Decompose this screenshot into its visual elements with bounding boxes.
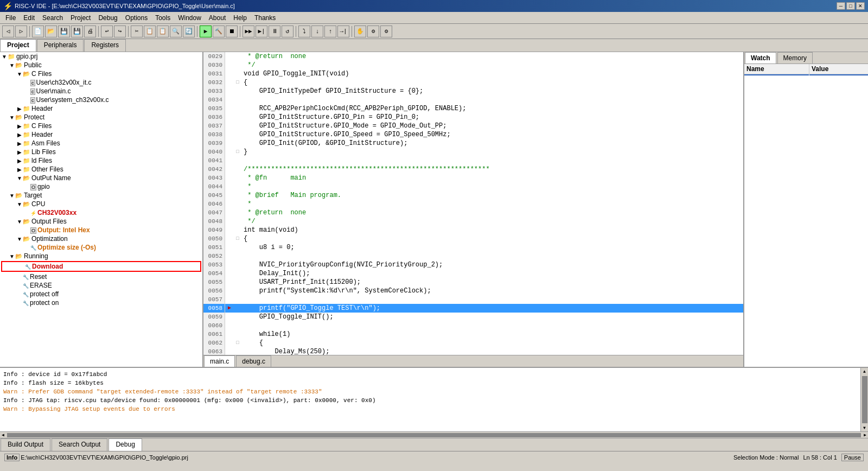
tb-clean[interactable]: 🔨 bbox=[213, 26, 225, 37]
console-hscrollbar[interactable]: ◀ ▶ bbox=[0, 431, 868, 438]
file-tab-debugc[interactable]: debug.c bbox=[236, 355, 271, 367]
code-content[interactable]: * @return none bbox=[241, 52, 743, 61]
tree-item-26[interactable]: 🔧ERASE bbox=[0, 281, 202, 290]
minimize-button[interactable]: ─ bbox=[837, 2, 845, 10]
code-content[interactable]: GPIO_InitStructure.GPIO_Pin = GPIO_Pin_0… bbox=[241, 113, 743, 122]
code-content[interactable] bbox=[241, 96, 743, 104]
tree-item-20[interactable]: OOutput: Intel Hex bbox=[0, 226, 202, 234]
watch-tab-watch[interactable]: Watch bbox=[745, 52, 776, 63]
code-content[interactable]: */ bbox=[241, 61, 743, 69]
tb-cut[interactable]: ✂ bbox=[131, 26, 143, 37]
tree-item-14[interactable]: ▼📂OutPut Name bbox=[0, 174, 202, 182]
menu-project[interactable]: Project bbox=[67, 13, 94, 23]
tree-item-2[interactable]: ▼📂C Files bbox=[0, 69, 202, 78]
tb-debug-go[interactable]: ▶▶ bbox=[242, 26, 254, 37]
code-content[interactable]: * @fn main bbox=[241, 174, 743, 182]
menu-options[interactable]: Options bbox=[122, 13, 151, 23]
code-content[interactable]: u8 i = 0; bbox=[241, 243, 743, 252]
tree-item-17[interactable]: ▼📂CPU bbox=[0, 200, 202, 208]
close-button[interactable]: ✕ bbox=[856, 2, 865, 10]
titlebar-right[interactable]: ─ □ ✕ bbox=[837, 2, 865, 10]
code-content[interactable]: * bbox=[241, 182, 743, 191]
code-content[interactable]: */ bbox=[241, 217, 743, 226]
watch-tab-memory[interactable]: Memory bbox=[777, 52, 813, 63]
code-content[interactable]: printf("GPIO_Toggle TEST\r\n"); bbox=[241, 304, 743, 313]
tb-open[interactable]: 📂 bbox=[45, 26, 57, 37]
tree-item-19[interactable]: ▼📂Output Files bbox=[0, 217, 202, 226]
tb-save[interactable]: 💾 bbox=[58, 26, 70, 37]
code-content[interactable]: Delay_Init(); bbox=[241, 269, 743, 278]
tb-step-in[interactable]: ↓ bbox=[311, 26, 323, 37]
console-scroll-thumb[interactable] bbox=[862, 376, 867, 423]
code-content[interactable]: * @return none bbox=[241, 208, 743, 217]
tree-item-1[interactable]: ▼📂Public bbox=[0, 61, 202, 69]
tree-item-8[interactable]: ▶📁C Files bbox=[0, 122, 202, 130]
code-content[interactable]: GPIO_InitTypeDef GPIO_InitStructure = {0… bbox=[241, 87, 743, 96]
menu-tools[interactable]: Tools bbox=[152, 13, 174, 23]
code-content[interactable]: { bbox=[241, 234, 743, 243]
tb-fwd[interactable]: ▷ bbox=[15, 26, 27, 37]
tb-undo[interactable]: ↩ bbox=[101, 26, 113, 37]
code-content[interactable]: GPIO_Toggle_INIT(); bbox=[241, 313, 743, 321]
code-content[interactable]: { bbox=[241, 339, 743, 347]
menu-help[interactable]: Help bbox=[230, 13, 250, 23]
tree-item-28[interactable]: 🔧protect on bbox=[0, 298, 202, 307]
tb-build[interactable]: ▶ bbox=[200, 26, 212, 37]
project-tab-project[interactable]: Project bbox=[0, 39, 36, 52]
code-content[interactable]: while(1) bbox=[241, 330, 743, 339]
tb-more1[interactable]: ⚙ bbox=[367, 26, 379, 37]
menu-debug[interactable]: Debug bbox=[95, 13, 120, 23]
hscroll-thumb[interactable] bbox=[7, 433, 861, 437]
tree-item-5[interactable]: cUser\system_ch32v00x.c bbox=[0, 96, 202, 104]
tree-item-10[interactable]: ▶📁Asm Files bbox=[0, 139, 202, 148]
project-tab-peripherals[interactable]: Peripherals bbox=[37, 39, 84, 52]
tree-item-12[interactable]: ▶📁ld Files bbox=[0, 156, 202, 165]
code-content[interactable]: * @brief Main program. bbox=[241, 191, 743, 200]
code-content[interactable]: { bbox=[241, 78, 743, 87]
tb-step-over[interactable]: ⤵ bbox=[298, 26, 310, 37]
tree-item-22[interactable]: 🔧Optimize size (-Os) bbox=[0, 243, 202, 252]
console-tab-build-output[interactable]: Build Output bbox=[1, 438, 50, 451]
code-content[interactable]: } bbox=[241, 148, 743, 156]
tree-item-13[interactable]: ▶📁Other Files bbox=[0, 165, 202, 174]
code-content[interactable]: void GPIO_Toggle_INIT(void) bbox=[241, 69, 743, 78]
tb-debug-stop[interactable]: ⏸ bbox=[269, 26, 280, 37]
tree-item-3[interactable]: cUser\ch32v00x_it.c bbox=[0, 78, 202, 87]
tree-item-21[interactable]: ▼📂Optimization bbox=[0, 234, 202, 243]
tb-step-out[interactable]: ↑ bbox=[324, 26, 336, 37]
code-content[interactable]: GPIO_InitStructure.GPIO_Mode = GPIO_Mode… bbox=[241, 122, 743, 130]
code-content[interactable]: Delay_Ms(250); bbox=[241, 347, 743, 355]
tree-item-11[interactable]: ▶📁Lib Files bbox=[0, 148, 202, 156]
tb-print[interactable]: 🖨 bbox=[84, 26, 96, 37]
project-tab-registers[interactable]: Registers bbox=[84, 39, 126, 52]
tb-debug-reset[interactable]: ↺ bbox=[282, 26, 293, 37]
tb-hand[interactable]: ✋ bbox=[354, 26, 366, 37]
console-scrollbar[interactable]: ▲ ▼ bbox=[860, 368, 868, 431]
code-content[interactable]: GPIO_Init(GPIOD, &GPIO_InitStructure); bbox=[241, 139, 743, 148]
tb-paste[interactable]: 📋 bbox=[157, 26, 169, 37]
code-content[interactable]: RCC_APB2PeriphClockCmd(RCC_APB2Periph_GP… bbox=[241, 104, 743, 113]
tree-item-27[interactable]: 🔧protect off bbox=[0, 290, 202, 298]
menu-edit[interactable]: Edit bbox=[20, 13, 38, 23]
menu-search[interactable]: Search bbox=[39, 13, 66, 23]
code-content[interactable]: int main(void) bbox=[241, 226, 743, 234]
watch-row[interactable] bbox=[744, 74, 868, 76]
tb-stop[interactable]: ⏹ bbox=[226, 26, 238, 37]
tree-item-23[interactable]: ▼📂Running bbox=[0, 252, 202, 260]
tb-replace[interactable]: 🔄 bbox=[183, 26, 195, 37]
file-tab-mainc[interactable]: main.c bbox=[204, 355, 235, 367]
tb-redo[interactable]: ↪ bbox=[114, 26, 126, 37]
code-content[interactable]: /***************************************… bbox=[241, 165, 743, 174]
tb-search[interactable]: 🔍 bbox=[170, 26, 182, 37]
tb-debug-run[interactable]: ▶| bbox=[256, 26, 267, 37]
tree-item-4[interactable]: cUser\main.c bbox=[0, 87, 202, 96]
tb-new[interactable]: 📄 bbox=[32, 26, 44, 37]
tree-item-9[interactable]: ▶📁Header bbox=[0, 130, 202, 139]
hscroll-left[interactable]: ◀ bbox=[0, 432, 6, 438]
menu-thanks[interactable]: Thanks bbox=[251, 13, 279, 23]
code-content[interactable]: printf("SystemClk:%d\r\n", SystemCoreClo… bbox=[241, 287, 743, 295]
console-tab-debug[interactable]: Debug bbox=[108, 438, 142, 451]
tree-item-18[interactable]: ⚡CH32V003xx bbox=[0, 208, 202, 217]
menu-about[interactable]: About bbox=[206, 13, 229, 23]
code-content[interactable]: * bbox=[241, 200, 743, 208]
